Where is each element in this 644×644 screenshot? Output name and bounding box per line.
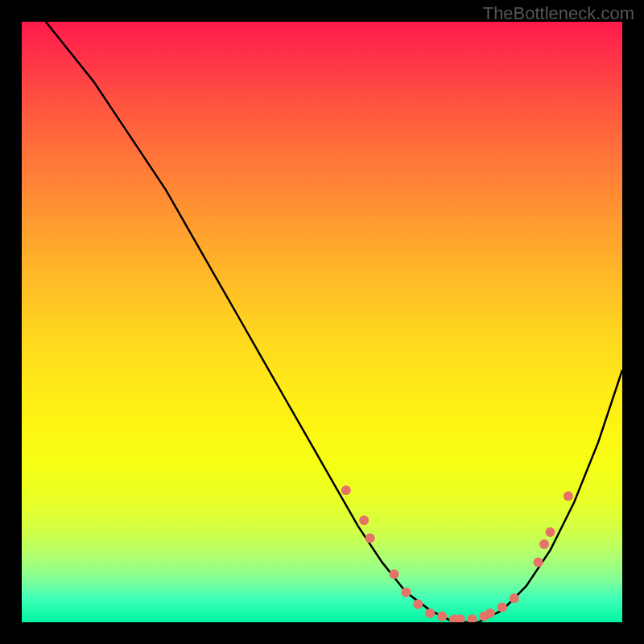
plot-area: [22, 22, 622, 622]
watermark-text: TheBottleneck.com: [483, 3, 634, 24]
data-point: [564, 491, 573, 501]
data-point: [341, 485, 351, 495]
data-point: [413, 600, 423, 609]
data-point: [497, 602, 507, 612]
data-point: [546, 527, 555, 537]
data-point: [390, 569, 399, 579]
data-point: [359, 515, 369, 525]
data-point: [468, 614, 477, 622]
data-point: [485, 609, 495, 618]
data-point: [425, 609, 435, 618]
data-point: [437, 612, 447, 621]
data-point: [365, 534, 375, 543]
data-point: [534, 557, 543, 567]
chart-container: TheBottleneck.com: [0, 0, 644, 644]
chart-svg: [22, 22, 622, 622]
data-point: [401, 588, 411, 597]
data-point: [510, 593, 519, 603]
bottleneck-curve: [46, 22, 622, 622]
data-point: [539, 539, 549, 549]
